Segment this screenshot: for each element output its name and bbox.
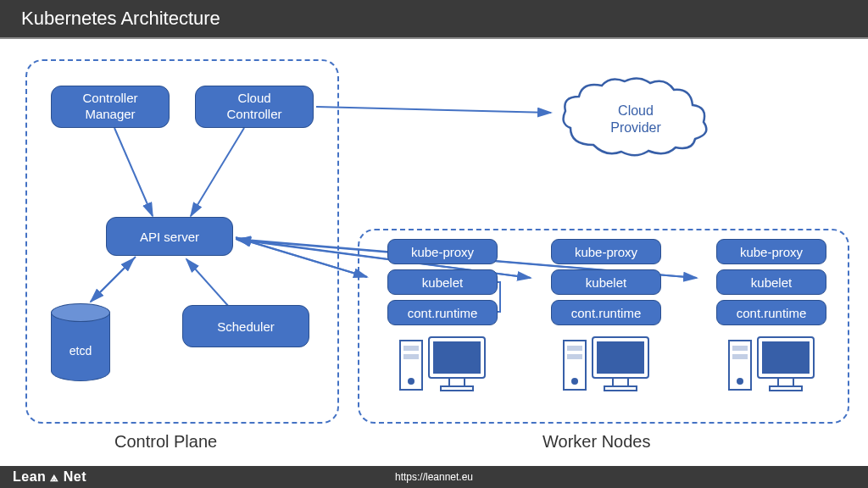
runtime-box: cont.runtime (716, 300, 826, 325)
diagram-canvas: ControllerManager CloudController API se… (0, 41, 868, 456)
kube-proxy-box: kube-proxy (716, 239, 826, 264)
computer-icon (562, 334, 651, 397)
footer-url: https://leannet.eu (395, 471, 473, 483)
api-server-box: API server (106, 217, 233, 256)
kube-proxy-box: kube-proxy (387, 239, 498, 264)
svg-rect-19 (441, 386, 473, 391)
control-plane-label: Control Plane (114, 432, 217, 452)
etcd-database: etcd (51, 303, 110, 384)
svg-rect-34 (778, 378, 793, 386)
svg-rect-17 (433, 341, 481, 374)
runtime-box: cont.runtime (387, 300, 498, 325)
footer: Lean ⟁ Net https://leannet.eu (0, 466, 868, 488)
kube-proxy-box: kube-proxy (551, 239, 661, 264)
svg-point-23 (571, 378, 578, 385)
computer-icon (398, 334, 487, 397)
divider (0, 37, 868, 39)
page-title: Kubernetes Architecture (0, 0, 868, 37)
svg-rect-30 (732, 354, 748, 359)
svg-point-15 (408, 378, 415, 385)
cloud-controller-box: CloudController (195, 86, 314, 128)
worker-node-3: kube-proxy kubelet cont.runtime (699, 239, 843, 397)
cloud-provider: CloudProvider (555, 73, 716, 166)
svg-rect-25 (597, 341, 644, 374)
computer-icon (727, 334, 816, 397)
scheduler-box: Scheduler (182, 305, 309, 347)
svg-rect-13 (403, 346, 419, 351)
runtime-box: cont.runtime (551, 300, 661, 325)
svg-point-31 (737, 378, 743, 385)
footer-brand: Lean ⟁ Net (0, 469, 86, 485)
svg-rect-35 (770, 386, 802, 391)
svg-rect-21 (567, 346, 582, 351)
svg-rect-18 (449, 378, 465, 386)
worker-node-2: kube-proxy kubelet cont.runtime (534, 239, 678, 397)
controller-manager-box: ControllerManager (51, 86, 170, 128)
kubelet-box: kubelet (716, 269, 826, 295)
kubelet-box: kubelet (387, 269, 498, 295)
kubelet-box: kubelet (551, 269, 661, 295)
worker-node-1: kube-proxy kubelet cont.runtime (370, 239, 515, 397)
worker-nodes-label: Worker Nodes (542, 432, 650, 452)
svg-rect-29 (732, 346, 748, 351)
svg-rect-14 (403, 354, 419, 359)
svg-rect-22 (567, 354, 582, 359)
svg-line-2 (316, 107, 551, 113)
svg-rect-26 (613, 378, 628, 386)
svg-rect-33 (762, 341, 810, 374)
svg-rect-27 (604, 386, 637, 391)
